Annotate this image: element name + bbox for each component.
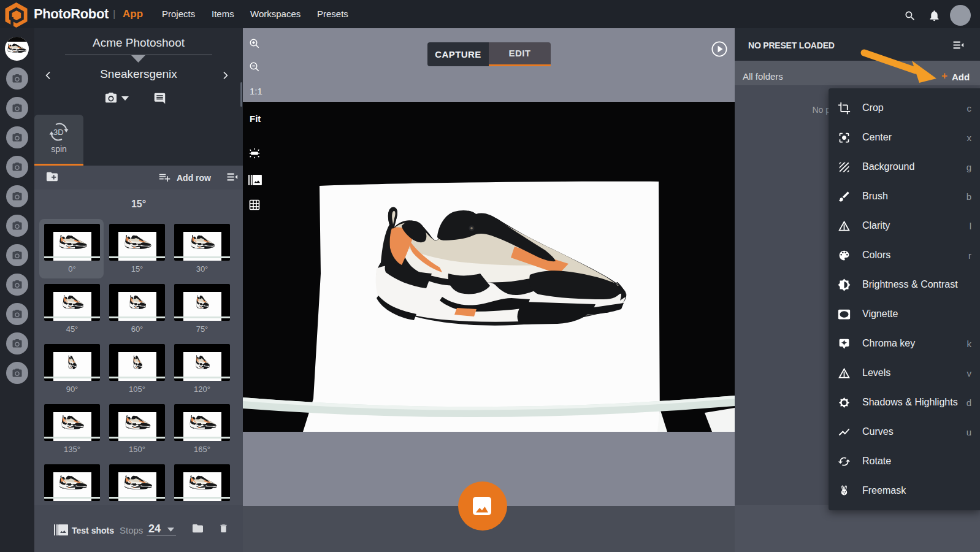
- svg-text:3D: 3D: [53, 128, 64, 137]
